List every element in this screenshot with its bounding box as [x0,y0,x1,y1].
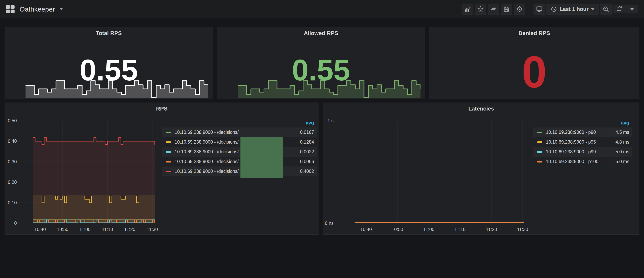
chevron-down-icon [630,8,634,10]
x-axis-tick: 10:50 [54,227,72,232]
share-icon [490,6,497,12]
x-axis-tick: 10:40 [31,227,49,232]
legend-row[interactable]: 10.10.69.238:9000 - /decisions/ 0.4002 [162,167,317,176]
panel-allowed-rps: Allowed RPS 0.55 [217,27,425,99]
y-axis-tick: 0.10 [6,200,17,206]
clock-icon [551,6,557,12]
x-axis-tick: 11:20 [121,227,139,232]
series-swatch [537,141,542,143]
cycle-view-mode-button[interactable] [534,3,545,15]
series-swatch [537,161,542,163]
series-swatch [166,171,171,172]
legend-row[interactable]: 10.10.69.238:9000 - p99 5.0 ms [533,147,632,157]
series-swatch [166,151,171,153]
share-dashboard-button[interactable] [488,3,499,15]
star-dashboard-button[interactable] [475,3,486,15]
dashboard-title[interactable]: Oathkeeper [20,5,55,13]
series-swatch [537,151,542,153]
y-axis-tick: 0.50 [6,118,17,123]
panel-title[interactable]: Denied RPS [429,30,639,36]
navbar: Oathkeeper [0,0,644,18]
series-avg-value: 0.0066 [300,159,317,164]
x-axis-tick: 10:40 [357,227,375,232]
latencies-legend: avg 10.10.69.238:9000 - p90 4.5 ms 10.10… [533,120,632,167]
legend-row[interactable]: 10.10.69.238:9000 - p90 4.5 ms [533,127,632,137]
series-avg-value: 0.1284 [300,139,317,145]
series-avg-value: 0.4002 [300,169,317,174]
latencies-plot-area[interactable] [337,121,524,223]
panel-title[interactable]: Allowed RPS [217,30,425,36]
legend-overlay-box [240,137,283,178]
legend-row[interactable]: 10.10.69.238:9000 - /decisions/ 0.0022 [162,147,317,157]
time-range-picker[interactable]: Last 1 hour [546,3,599,15]
panel-rps-graph: RPS avg 10.10.69.238:9000 - /decisions/ … [4,103,319,235]
add-panel-button[interactable] [462,3,473,15]
series-swatch [166,132,171,133]
x-axis-tick: 11:30 [143,227,161,232]
series-label: 10.10.69.238:9000 - /decisions/ [175,130,300,135]
y-axis-tick: 0 ns [325,221,334,226]
add-panel-icon [464,6,471,12]
y-axis-tick: 0 [6,221,17,226]
refresh-dashboard-button[interactable] [613,5,626,13]
save-icon [503,6,510,12]
x-axis-tick: 11:00 [76,227,94,232]
panel-title[interactable]: Total RPS [5,30,213,36]
legend-row[interactable]: 10.10.69.238:9000 - p100 5.0 ms [533,157,632,167]
series-avg-value: 0.0022 [300,149,317,155]
x-axis-tick: 11:10 [451,227,469,232]
zoom-out-time-button[interactable] [600,3,612,15]
rps-legend: avg 10.10.69.238:9000 - /decisions/ 0.01… [162,120,317,176]
monitor-icon [536,6,543,12]
refresh-interval-dropdown[interactable] [626,5,638,13]
x-axis-tick: 11:00 [420,227,438,232]
series-label: 10.10.69.238:9000 - p90 [546,130,616,135]
series-avg-value: 4.5 ms [616,130,632,135]
y-axis-tick: 0.40 [6,139,17,144]
x-axis-tick: 11:20 [482,227,500,232]
zoom-out-icon [602,6,609,12]
panel-denied-rps: Denied RPS 0 [429,27,640,99]
time-range-label: Last 1 hour [560,6,588,12]
series-swatch [166,161,171,163]
x-axis-tick: 10:50 [388,227,406,232]
series-swatch [166,141,171,143]
series-swatch [537,132,542,133]
gear-icon: ⚙ [516,5,523,13]
panel-title[interactable]: Latencies [323,106,639,112]
legend-row[interactable]: 10.10.69.238:9000 - /decisions/ 0.1284 [162,137,317,147]
save-dashboard-button[interactable] [501,3,512,15]
series-avg-value: 5.0 ms [616,149,632,155]
stat-value-total-rps: 0.55 [5,55,213,85]
stat-value-allowed-rps: 0.55 [217,55,425,85]
refresh-icon [616,5,623,13]
series-label: 10.10.69.238:9000 - p100 [546,159,616,164]
dashboard-grid-icon[interactable] [6,5,15,13]
series-avg-value: 4.8 ms [616,139,632,145]
series-label: 10.10.69.238:9000 - p99 [546,149,616,155]
refresh-button-group [613,5,638,13]
legend-row[interactable]: 10.10.69.238:9000 - p95 4.8 ms [533,137,632,147]
panel-latencies-graph: Latencies avg 10.10.69.238:9000 - p90 4.… [323,103,640,235]
rps-plot-area[interactable] [20,121,155,223]
x-axis-tick: 11:30 [514,227,532,232]
series-avg-value: 5.0 ms [616,159,632,164]
dashboard-settings-button[interactable]: ⚙ [514,3,525,15]
y-axis-tick: 1 s [325,118,334,123]
series-avg-value: 0.0167 [300,130,317,135]
panel-title[interactable]: RPS [5,106,319,112]
panel-total-rps: Total RPS 0.55 [4,27,213,99]
series-label: 10.10.69.238:9000 - p95 [546,139,616,145]
legend-avg-header[interactable]: avg [533,120,632,127]
star-icon [477,6,484,12]
legend-row[interactable]: 10.10.69.238:9000 - /decisions/ 0.0066 [162,157,317,167]
y-axis-tick: 0.30 [6,159,17,165]
chevron-down-icon [60,8,62,10]
y-axis-tick: 0.20 [6,180,17,185]
legend-avg-header[interactable]: avg [162,120,317,127]
chevron-down-icon [591,8,594,10]
x-axis-tick: 11:10 [98,227,116,232]
stat-value-denied-rps: 0 [429,50,639,94]
legend-row[interactable]: 10.10.69.238:9000 - /decisions/ 0.0167 [162,127,317,137]
